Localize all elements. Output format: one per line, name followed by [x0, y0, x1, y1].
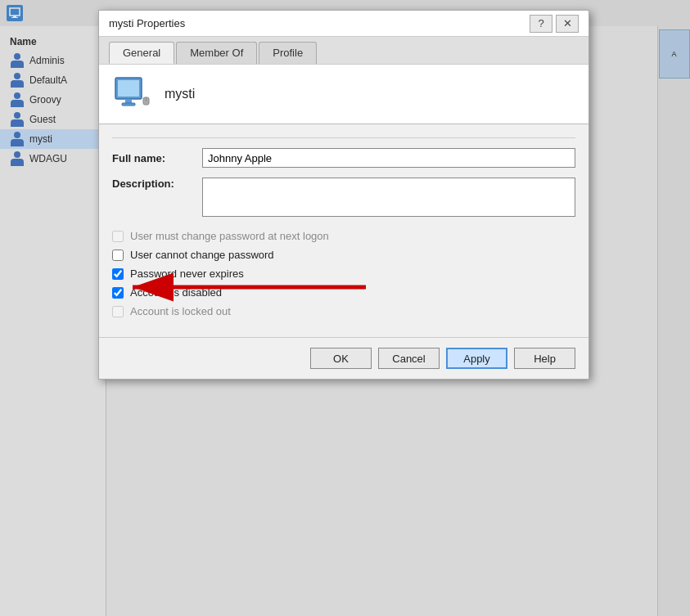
account-disabled-label: Account is disabled — [130, 286, 222, 299]
description-row: Description: — [112, 178, 575, 217]
fullname-input[interactable] — [202, 148, 575, 168]
never-expires-row: Password never expires — [112, 268, 575, 280]
locked-out-checkbox[interactable] — [112, 306, 124, 317]
tab-member-of[interactable]: Member Of — [176, 42, 257, 64]
tab-general[interactable]: General — [109, 42, 174, 64]
never-expires-checkbox[interactable] — [112, 268, 124, 280]
fullname-label: Full name: — [112, 152, 202, 164]
help-button[interactable]: ? — [530, 15, 552, 33]
cannot-change-checkbox[interactable] — [112, 250, 124, 261]
checkbox-section: User must change password at next logon … — [112, 230, 575, 317]
never-expires-label: Password never expires — [130, 268, 244, 280]
dialog-titlebar: mysti Properties ? ✕ — [99, 11, 589, 37]
titlebar-controls: ? ✕ — [530, 15, 579, 33]
account-disabled-checkbox[interactable] — [112, 287, 124, 299]
svg-rect-4 — [118, 80, 139, 97]
user-header: mysti — [99, 65, 589, 124]
svg-rect-6 — [122, 103, 135, 106]
cancel-button[interactable]: Cancel — [378, 348, 440, 369]
username-display: mysti — [165, 87, 195, 101]
description-input[interactable] — [202, 178, 575, 217]
dialog-title: mysti Properties — [109, 17, 530, 29]
cannot-change-label: User cannot change password — [130, 249, 274, 261]
help-footer-button[interactable]: Help — [514, 348, 575, 369]
computer-icon — [112, 74, 151, 114]
user-avatar — [112, 74, 151, 114]
tab-profile[interactable]: Profile — [259, 42, 317, 64]
properties-dialog: mysti Properties ? ✕ General Member Of P… — [98, 10, 589, 380]
account-disabled-row: Account is disabled — [112, 286, 575, 299]
dialog-footer: OK Cancel Apply Help — [99, 337, 589, 379]
must-change-label: User must change password at next logon — [130, 230, 329, 242]
must-change-row: User must change password at next logon — [112, 230, 575, 242]
close-button[interactable]: ✕ — [556, 15, 579, 33]
locked-out-label: Account is locked out — [130, 305, 231, 317]
fullname-row: Full name: — [112, 148, 575, 168]
tab-bar: General Member Of Profile — [99, 37, 589, 64]
apply-button[interactable]: Apply — [446, 348, 507, 369]
description-label: Description: — [112, 178, 202, 190]
ok-button[interactable]: OK — [310, 348, 372, 369]
svg-rect-5 — [125, 99, 132, 103]
cannot-change-row: User cannot change password — [112, 249, 575, 261]
must-change-checkbox[interactable] — [112, 231, 124, 242]
header-divider — [112, 137, 575, 138]
dialog-content: mysti Full name: Description: User must … — [99, 64, 589, 337]
locked-out-row: Account is locked out — [112, 305, 575, 317]
